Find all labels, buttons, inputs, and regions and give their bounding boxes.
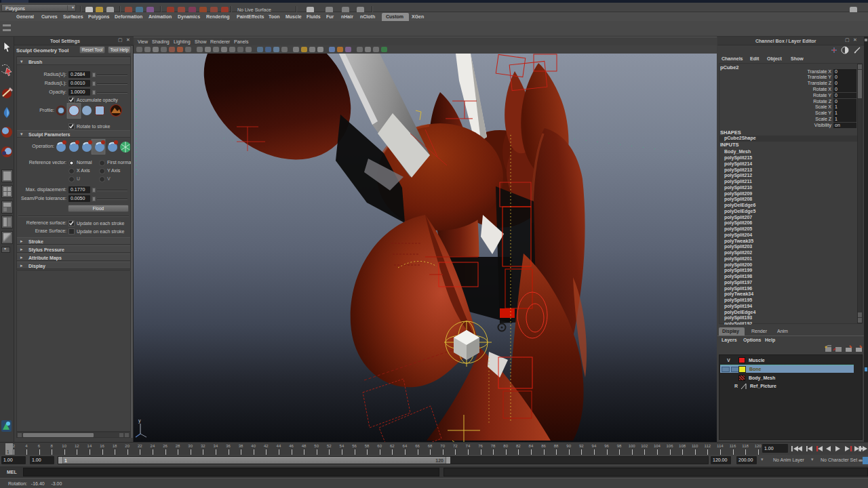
svg-text:y: y bbox=[138, 418, 141, 424]
